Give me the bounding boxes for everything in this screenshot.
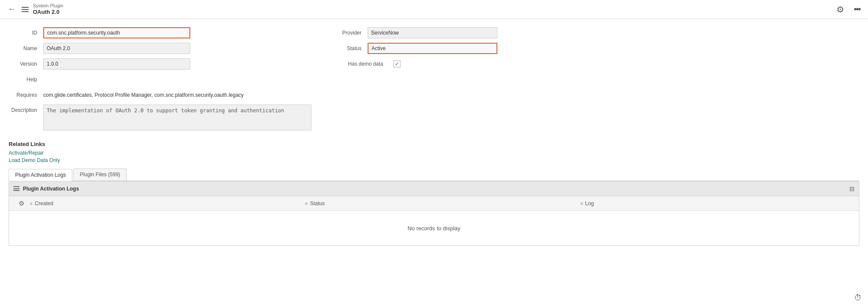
header-title: OAuth 2.0 <box>33 9 63 16</box>
form-right: Provider Status Has demo data ✓ <box>337 27 554 134</box>
requires-value: com.glide.certificates, Protocol Profile… <box>43 92 243 98</box>
more-button[interactable]: ••• <box>852 3 862 15</box>
id-label: ID <box>9 30 43 36</box>
main-content: ID Name Version Help Requires com.gl <box>0 19 868 250</box>
form-row-id: ID <box>9 27 311 39</box>
col-label-log: Log <box>585 200 594 207</box>
related-links-title: Related Links <box>9 141 859 147</box>
collapse-icon: ⊟ <box>849 185 855 192</box>
clock-icon: ⏱ <box>854 293 862 302</box>
header: ← System Plugin OAuth 2.0 ⚙ ••• <box>0 0 868 19</box>
table-col-headers: ⚙ ≡ Created ≡ Status ≡ Log <box>9 196 859 211</box>
id-input[interactable] <box>43 27 190 38</box>
form-row-description: Description The implementation of OAuth … <box>9 105 311 130</box>
bottom-bar: ⏱ <box>848 291 868 305</box>
header-left: ← System Plugin OAuth 2.0 <box>6 3 63 16</box>
table-header-bar-left: Plugin Activation Logs <box>13 186 79 192</box>
back-button[interactable]: ← <box>6 4 17 15</box>
no-records-message: No records to display <box>9 211 859 245</box>
related-links-section: Related Links Activate/Repair Load Demo … <box>9 141 859 163</box>
status-input[interactable] <box>368 43 497 54</box>
load-demo-link[interactable]: Load Demo Data Only <box>9 157 859 163</box>
table-menu-icon[interactable] <box>13 186 19 191</box>
description-label: Description <box>9 105 43 113</box>
col-menu-icon-log: ≡ <box>580 201 583 206</box>
provider-label: Provider <box>337 30 368 36</box>
form-section: ID Name Version Help Requires com.gl <box>9 27 859 134</box>
tab-plugin-activation-logs[interactable]: Plugin Activation Logs <box>9 169 72 181</box>
table-header-bar: Plugin Activation Logs ⊟ <box>9 181 859 196</box>
table-gear-icon[interactable]: ⚙ <box>13 200 30 207</box>
header-right: ⚙ ••• <box>835 3 862 16</box>
version-input[interactable] <box>43 58 190 70</box>
col-header-created[interactable]: ≡ Created <box>30 200 305 207</box>
form-row-name: Name <box>9 42 311 54</box>
name-input[interactable] <box>43 43 190 54</box>
menu-icon[interactable] <box>22 7 29 12</box>
has-demo-checkbox[interactable]: ✓ <box>394 60 400 67</box>
form-row-demo: Has demo data ✓ <box>337 58 554 70</box>
form-row-requires: Requires com.glide.certificates, Protoco… <box>9 89 311 101</box>
header-subtitle: System Plugin <box>33 3 63 9</box>
help-label: Help <box>9 76 43 83</box>
col-header-status[interactable]: ≡ Status <box>305 200 580 207</box>
form-row-version: Version <box>9 58 311 70</box>
tabs-bar: Plugin Activation Logs Plugin Files (599… <box>9 168 859 181</box>
col-header-log[interactable]: ≡ Log <box>580 200 855 207</box>
form-left: ID Name Version Help Requires com.gl <box>9 27 311 134</box>
table-title: Plugin Activation Logs <box>23 186 79 192</box>
activate-repair-link[interactable]: Activate/Repair <box>9 150 859 156</box>
form-row-help: Help <box>9 73 311 86</box>
has-demo-label: Has demo data <box>337 61 389 67</box>
table-collapse-button[interactable]: ⊟ <box>849 185 855 192</box>
name-label: Name <box>9 45 43 51</box>
col-menu-icon-status: ≡ <box>305 201 307 206</box>
tab-plugin-files[interactable]: Plugin Files (599) <box>73 168 126 181</box>
col-menu-icon-created: ≡ <box>30 201 32 206</box>
settings-button[interactable]: ⚙ <box>835 3 846 16</box>
description-textarea[interactable]: The implementation of OAuth 2.0 to suppo… <box>43 105 311 130</box>
form-row-provider: Provider <box>337 27 554 39</box>
version-label: Version <box>9 61 43 67</box>
col-label-created: Created <box>35 200 53 207</box>
col-label-status: Status <box>310 200 325 207</box>
form-row-status: Status <box>337 42 554 54</box>
provider-input[interactable] <box>368 27 497 38</box>
status-label: Status <box>337 45 368 51</box>
table-section: Plugin Activation Logs ⊟ ⚙ ≡ Created ≡ S… <box>9 181 859 246</box>
header-title-block: System Plugin OAuth 2.0 <box>33 3 63 16</box>
requires-label: Requires <box>9 92 43 98</box>
